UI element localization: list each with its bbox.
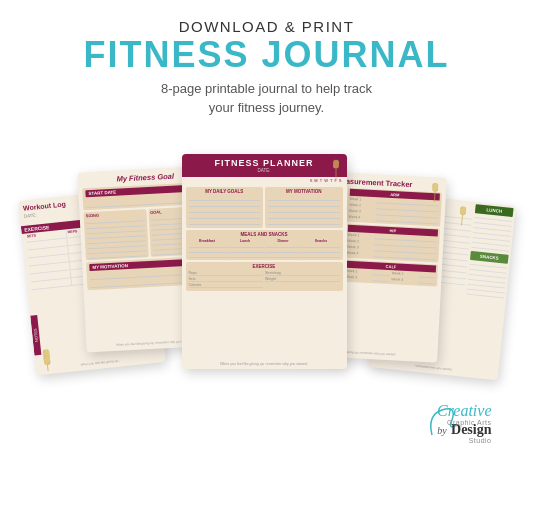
meals-grid: Breakfast Lunch Dinner Snacks [189,239,340,258]
exercise-section: EXERCISE Reps Sets Calories Stretching W… [186,262,343,291]
hip-section: HIP Week 1 Week 2 Week 3 Week 4 [344,223,440,262]
planner-days: SMTWTFS [182,177,347,184]
subtitle: 8-page printable journal to help track y… [83,79,449,118]
logo-area: Creative by Design Graphic Arts Studio [422,400,492,449]
meals-section: MEALS AND SNACKS Breakfast Lunch Dinner … [186,230,343,260]
planner-header: FITNESS PLANNER DATE: [182,154,347,177]
wheat-deco-planner [328,157,344,179]
planner-body: MY DAILY GOALS MY MOTIVATION MEALS AND S… [182,184,347,294]
wheat-deco-measure [426,180,443,203]
daily-goals-section: MY DAILY GOALS [186,187,264,228]
planner-quote: When you feel like giving up, remember w… [182,362,347,366]
lunch-column: LUNCH [471,204,513,252]
header-section: DOWNLOAD & PRINT FITNESS JOURNAL 8-page … [83,0,449,118]
logo-studio: Graphic Arts Studio [447,419,492,444]
calf-section: CALF Week 1 Week 3 Week 2 Week 4 [343,259,438,286]
planner-title: FITNESS PLANNER [188,158,341,168]
planner-date: DATE: [188,168,341,173]
pages-container: Workout Log DATE: EXERCISE SETS REPS WEI… [27,134,507,454]
fitness-planner-page: FITNESS PLANNER DATE: SMTWTFS MY DAILY G… [182,154,347,369]
wheat-deco-food [453,203,471,227]
motivation-section: MY MOTIVATION [265,187,343,228]
snacks-column: SNACKS [466,250,508,298]
svg-point-12 [332,159,340,169]
main-title: FITNESS JOURNAL [83,35,449,75]
measure-tables: ARM Week 1 Week 2 Week 3 Week 4 HIP Week… [343,187,442,288]
top-label: DOWNLOAD & PRINT [83,18,449,35]
